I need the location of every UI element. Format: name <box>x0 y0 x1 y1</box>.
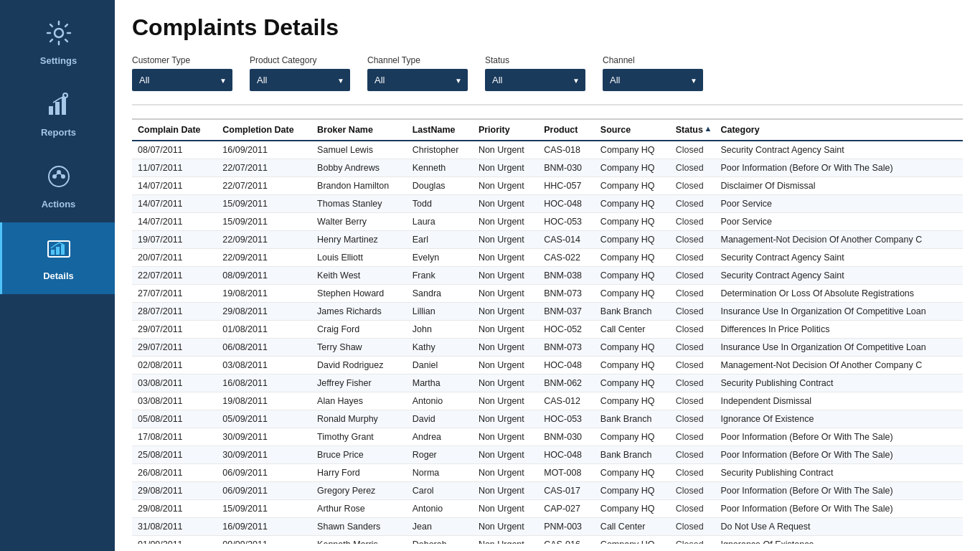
cell-21-7: Closed <box>670 518 715 536</box>
cell-3-8: Poor Service <box>715 195 963 213</box>
cell-12-4: Non Urgent <box>473 357 538 375</box>
table-row[interactable]: 14/07/201115/09/2011Walter BerryLauraNon… <box>132 213 963 231</box>
cell-15-3: David <box>407 410 473 428</box>
page-title: Complaints Details <box>132 14 963 41</box>
table-row[interactable]: 29/08/201106/09/2011Gregory PerezCarolNo… <box>132 482 963 500</box>
cell-2-1: 22/07/2011 <box>217 177 311 195</box>
table-container[interactable]: Complain Date Completion Date Broker Nam… <box>132 118 963 544</box>
channel-select-wrapper: All <box>603 69 703 91</box>
col-source[interactable]: Source <box>595 120 670 141</box>
channel-select[interactable]: All <box>603 69 703 91</box>
cell-21-3: Jean <box>407 518 473 536</box>
cell-16-1: 30/09/2011 <box>217 428 311 446</box>
sidebar-item-reports[interactable]: Reports <box>0 79 115 151</box>
cell-6-3: Evelyn <box>407 249 473 267</box>
table-row[interactable]: 14/07/201115/09/2011Thomas StanleyToddNo… <box>132 195 963 213</box>
cell-4-6: Company HQ <box>595 213 670 231</box>
cell-20-1: 15/09/2011 <box>217 500 311 518</box>
cell-2-7: Closed <box>670 177 715 195</box>
status-select-wrapper: All <box>485 69 585 91</box>
cell-7-8: Security Contract Agency Saint <box>715 267 963 285</box>
table-row[interactable]: 25/08/201130/09/2011Bruce PriceRogerNon … <box>132 446 963 464</box>
col-lastname[interactable]: LastName <box>407 120 473 141</box>
col-completion-date[interactable]: Completion Date <box>217 120 311 141</box>
status-select[interactable]: All <box>485 69 585 91</box>
cell-20-3: Antonio <box>407 500 473 518</box>
table-row[interactable]: 20/07/201122/09/2011Louis ElliottEvelynN… <box>132 249 963 267</box>
cell-7-7: Closed <box>670 267 715 285</box>
cell-15-6: Bank Branch <box>595 410 670 428</box>
cell-22-5: CAS-016 <box>538 536 595 545</box>
filter-bar: Customer Type All Product Category All C… <box>132 55 963 105</box>
settings-icon <box>46 20 72 51</box>
cell-17-7: Closed <box>670 446 715 464</box>
cell-7-2: Keith West <box>311 267 407 285</box>
table-row[interactable]: 17/08/201130/09/2011Timothy GrantAndreaN… <box>132 428 963 446</box>
cell-7-1: 08/09/2011 <box>217 267 311 285</box>
cell-0-6: Company HQ <box>595 141 670 159</box>
table-row[interactable]: 03/08/201116/08/2011Jeffrey FisherMartha… <box>132 375 963 392</box>
col-complain-date[interactable]: Complain Date <box>132 120 217 141</box>
cell-8-0: 27/07/2011 <box>132 285 217 303</box>
cell-11-8: Insurance Use In Organization Of Competi… <box>715 339 963 357</box>
table-row[interactable]: 08/07/201116/09/2011Samuel LewisChristop… <box>132 141 963 159</box>
cell-12-1: 03/08/2011 <box>217 357 311 375</box>
col-priority[interactable]: Priority <box>473 120 538 141</box>
cell-2-2: Brandon Hamilton <box>311 177 407 195</box>
table-row[interactable]: 14/07/201122/07/2011Brandon HamiltonDoug… <box>132 177 963 195</box>
product-category-select[interactable]: All <box>250 69 350 91</box>
table-row[interactable]: 11/07/201122/07/2011Bobby AndrewsKenneth… <box>132 159 963 177</box>
col-status[interactable]: Status ▲ <box>670 120 715 141</box>
cell-20-7: Closed <box>670 500 715 518</box>
table-row[interactable]: 29/07/201101/08/2011Craig FordJohnNon Ur… <box>132 321 963 339</box>
table-row[interactable]: 22/07/201108/09/2011Keith WestFrankNon U… <box>132 267 963 285</box>
table-row[interactable]: 01/09/201109/09/2011Kenneth MorrisDebora… <box>132 536 963 545</box>
cell-22-3: Deborah <box>407 536 473 545</box>
table-row[interactable]: 28/07/201129/08/2011James RichardsLillia… <box>132 303 963 321</box>
sidebar-item-settings[interactable]: Settings <box>0 7 115 79</box>
cell-15-7: Closed <box>670 410 715 428</box>
cell-13-8: Security Publishing Contract <box>715 375 963 392</box>
cell-2-0: 14/07/2011 <box>132 177 217 195</box>
cell-6-2: Louis Elliott <box>311 249 407 267</box>
cell-19-6: Company HQ <box>595 482 670 500</box>
cell-11-7: Closed <box>670 339 715 357</box>
sidebar-item-details[interactable]: Details <box>0 222 115 294</box>
table-row[interactable]: 26/08/201106/09/2011Harry FordNormaNon U… <box>132 464 963 482</box>
cell-17-3: Roger <box>407 446 473 464</box>
cell-8-2: Stephen Howard <box>311 285 407 303</box>
table-row[interactable]: 03/08/201119/08/2011Alan HayesAntonioNon… <box>132 392 963 410</box>
customer-type-select[interactable]: All <box>132 69 232 91</box>
cell-14-6: Company HQ <box>595 392 670 410</box>
cell-4-0: 14/07/2011 <box>132 213 217 231</box>
cell-14-1: 19/08/2011 <box>217 392 311 410</box>
cell-6-6: Company HQ <box>595 249 670 267</box>
table-row[interactable]: 05/08/201105/09/2011Ronald MurphyDavidNo… <box>132 410 963 428</box>
sidebar: Settings Reports Actions <box>0 0 115 551</box>
col-product[interactable]: Product <box>538 120 595 141</box>
cell-14-0: 03/08/2011 <box>132 392 217 410</box>
cell-4-8: Poor Service <box>715 213 963 231</box>
table-row[interactable]: 29/08/201115/09/2011Arthur RoseAntonioNo… <box>132 500 963 518</box>
cell-9-6: Bank Branch <box>595 303 670 321</box>
table-row[interactable]: 31/08/201116/09/2011Shawn SandersJeanNon… <box>132 518 963 536</box>
cell-22-4: Non Urgent <box>473 536 538 545</box>
table-row[interactable]: 19/07/201122/09/2011Henry MartinezEarlNo… <box>132 231 963 249</box>
cell-7-3: Frank <box>407 267 473 285</box>
cell-6-5: CAS-022 <box>538 249 595 267</box>
cell-19-3: Carol <box>407 482 473 500</box>
sidebar-item-actions[interactable]: Actions <box>0 151 115 222</box>
table-row[interactable]: 27/07/201119/08/2011Stephen HowardSandra… <box>132 285 963 303</box>
channel-type-select[interactable]: All <box>367 69 468 91</box>
cell-4-4: Non Urgent <box>473 213 538 231</box>
cell-4-5: HOC-053 <box>538 213 595 231</box>
cell-18-6: Company HQ <box>595 464 670 482</box>
col-category[interactable]: Category <box>715 120 963 141</box>
cell-22-2: Kenneth Morris <box>311 536 407 545</box>
svg-rect-12 <box>61 245 65 255</box>
col-broker-name[interactable]: Broker Name <box>311 120 407 141</box>
table-row[interactable]: 29/07/201106/08/2011Terry ShawKathyNon U… <box>132 339 963 357</box>
cell-11-4: Non Urgent <box>473 339 538 357</box>
cell-0-5: CAS-018 <box>538 141 595 159</box>
table-row[interactable]: 02/08/201103/08/2011David RodriguezDanie… <box>132 357 963 375</box>
